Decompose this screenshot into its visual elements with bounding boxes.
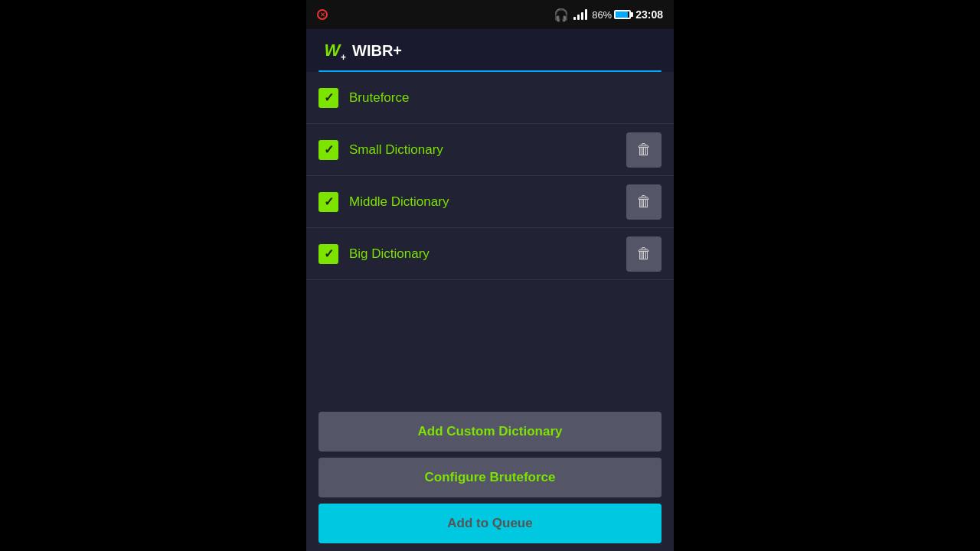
battery-fill [616, 11, 627, 18]
app-logo: W + [318, 37, 346, 64]
battery-percent: 86% [592, 9, 612, 21]
signal-bars-icon [573, 9, 587, 20]
notification-dot-icon [317, 9, 328, 20]
list-item: Small Dictionary 🗑 [306, 124, 674, 176]
app-bar: W + WIBR+ [306, 29, 674, 72]
big-dict-checkbox-wrap[interactable] [318, 244, 338, 264]
add-custom-dictionary-button[interactable]: Add Custom Dictionary [318, 412, 662, 452]
logo-plus: + [341, 52, 346, 63]
status-right: 🎧 86% 23:08 [554, 8, 663, 22]
list-item: Bruteforce [306, 72, 674, 124]
list-item: Big Dictionary 🗑 [306, 228, 674, 280]
clock: 23:08 [635, 8, 663, 21]
phone-frame: 🎧 86% 23:08 W + WIBR+ [306, 0, 674, 551]
status-left [317, 9, 328, 20]
middle-dict-delete-button[interactable]: 🗑 [626, 184, 662, 220]
bruteforce-checkbox-wrap[interactable] [318, 88, 338, 108]
small-dict-checkbox[interactable] [318, 140, 338, 160]
app-title: WIBR+ [352, 42, 402, 60]
battery-icon [614, 10, 631, 19]
content-area: Bruteforce Small Dictionary 🗑 Middle Dic… [306, 72, 674, 551]
small-dict-checkbox-wrap[interactable] [318, 140, 338, 160]
bruteforce-label: Bruteforce [349, 90, 662, 106]
list-item: Middle Dictionary 🗑 [306, 176, 674, 228]
trash-icon: 🗑 [636, 193, 652, 210]
small-dict-label: Small Dictionary [349, 142, 626, 158]
configure-bruteforce-button[interactable]: Configure Bruteforce [318, 458, 662, 497]
big-dict-label: Big Dictionary [349, 246, 626, 262]
trash-icon: 🗑 [636, 141, 652, 158]
trash-icon: 🗑 [636, 245, 652, 262]
battery-indicator: 86% [592, 9, 631, 21]
logo-letter: W [325, 41, 341, 60]
dictionary-list: Bruteforce Small Dictionary 🗑 Middle Dic… [306, 72, 674, 403]
small-dict-delete-button[interactable]: 🗑 [626, 132, 662, 168]
add-to-queue-button[interactable]: Add to Queue [318, 504, 662, 543]
status-bar: 🎧 86% 23:08 [306, 0, 674, 29]
bruteforce-checkbox[interactable] [318, 88, 338, 108]
middle-dict-checkbox[interactable] [318, 192, 338, 212]
middle-dict-checkbox-wrap[interactable] [318, 192, 338, 212]
buttons-section: Add Custom Dictionary Configure Brutefor… [306, 403, 674, 551]
big-dict-delete-button[interactable]: 🗑 [626, 236, 662, 272]
middle-dict-label: Middle Dictionary [349, 194, 626, 210]
app-title-row: W + WIBR+ [318, 37, 662, 70]
big-dict-checkbox[interactable] [318, 244, 338, 264]
headphone-icon: 🎧 [554, 8, 569, 22]
